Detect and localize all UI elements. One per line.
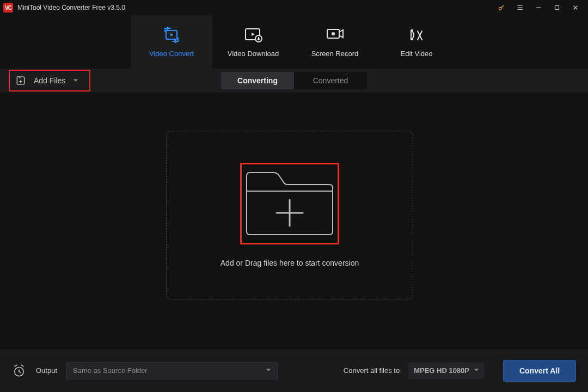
chevron-down-icon bbox=[73, 76, 78, 85]
convert-all-button[interactable]: Convert All bbox=[503, 360, 576, 382]
app-window: VC MiniTool Video Converter Free v3.5.0 bbox=[0, 0, 588, 392]
svg-point-6 bbox=[332, 32, 335, 35]
video-convert-icon bbox=[161, 27, 182, 43]
tab-label: Edit Video bbox=[400, 50, 432, 58]
tab-label: Video Download bbox=[228, 50, 279, 58]
toolbar: Add Files Converting Converted bbox=[0, 69, 588, 93]
convert-all-to-label: Convert all files to bbox=[344, 366, 400, 375]
drop-zone[interactable]: Add or Drag files here to start conversi… bbox=[166, 131, 413, 299]
maximize-icon[interactable] bbox=[548, 0, 566, 15]
close-icon[interactable] bbox=[566, 0, 585, 15]
tab-converting[interactable]: Converting bbox=[221, 72, 294, 89]
status-toggle: Converting Converted bbox=[221, 72, 367, 89]
add-files-label: Add Files bbox=[34, 76, 65, 85]
menu-icon[interactable] bbox=[511, 0, 529, 15]
chevron-down-icon bbox=[474, 366, 479, 375]
tab-edit-video[interactable]: Edit Video bbox=[376, 15, 457, 69]
output-folder-value: Same as Source Folder bbox=[73, 366, 148, 375]
edit-video-icon bbox=[406, 27, 427, 43]
tab-converted[interactable]: Converted bbox=[294, 72, 367, 89]
add-file-icon bbox=[15, 75, 26, 86]
output-folder-select[interactable]: Same as Source Folder bbox=[66, 362, 278, 379]
add-files-button[interactable]: Add Files bbox=[9, 70, 90, 91]
schedule-icon[interactable] bbox=[12, 364, 26, 378]
output-format-select[interactable]: MPEG HD 1080P bbox=[408, 363, 485, 379]
screen-record-icon bbox=[324, 27, 345, 43]
chevron-down-icon bbox=[266, 366, 271, 375]
main-area: Add or Drag files here to start conversi… bbox=[0, 93, 588, 348]
bottom-bar: Output Same as Source Folder Convert all… bbox=[0, 348, 588, 392]
tab-screen-record[interactable]: Screen Record bbox=[294, 15, 376, 69]
output-format-value: MPEG HD 1080P bbox=[414, 366, 469, 375]
app-logo-icon: VC bbox=[3, 3, 13, 13]
drop-hint-text: Add or Drag files here to start conversi… bbox=[220, 259, 359, 267]
svg-rect-1 bbox=[555, 6, 559, 10]
add-folder-highlight[interactable] bbox=[240, 163, 339, 244]
tab-video-convert[interactable]: Video Convert bbox=[131, 15, 212, 69]
video-download-icon bbox=[243, 27, 264, 43]
titlebar: VC MiniTool Video Converter Free v3.5.0 bbox=[0, 0, 588, 15]
upgrade-key-icon[interactable] bbox=[492, 0, 511, 15]
tab-label: Screen Record bbox=[311, 50, 359, 58]
output-label: Output bbox=[36, 366, 57, 375]
tab-video-download[interactable]: Video Download bbox=[212, 15, 294, 69]
main-nav: Video Convert Video Download bbox=[0, 15, 588, 69]
tab-label: Video Convert bbox=[149, 50, 194, 58]
folder-plus-icon bbox=[243, 168, 336, 239]
app-title: MiniTool Video Converter Free v3.5.0 bbox=[17, 4, 125, 11]
minimize-icon[interactable] bbox=[529, 0, 548, 15]
